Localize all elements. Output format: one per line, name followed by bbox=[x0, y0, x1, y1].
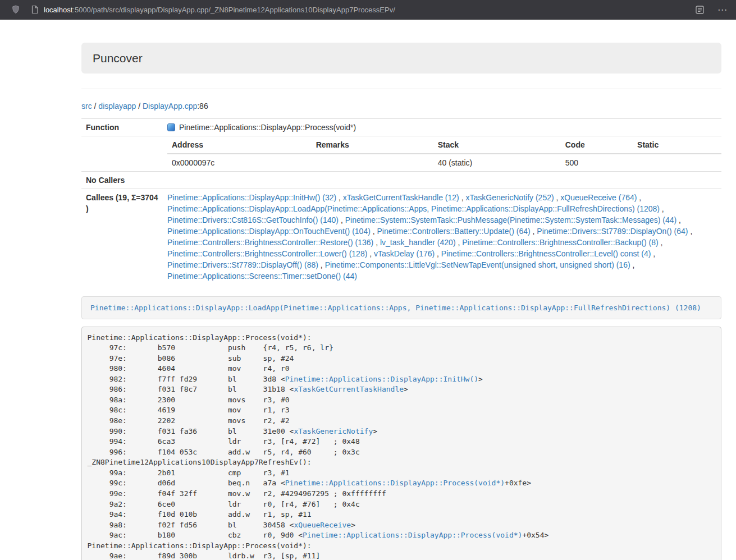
code-symbol-link[interactable]: Pinetime::Applications::DisplayApp::Proc… bbox=[303, 531, 522, 539]
breadcrumb-line-number: :86 bbox=[197, 102, 208, 111]
breadcrumb-link[interactable]: src bbox=[81, 102, 92, 111]
metrics-table: AddressRemarksStackCodeStatic 0x0000097c… bbox=[167, 136, 721, 171]
breadcrumb-link[interactable]: displayapp bbox=[98, 102, 136, 111]
callee-link[interactable]: xTaskGetCurrentTaskHandle (12) bbox=[343, 193, 459, 202]
callees-label: Callees (19, Σ=3704 ) bbox=[81, 189, 163, 285]
metrics-header-code: Code bbox=[561, 136, 633, 154]
callee-link[interactable]: Pinetime::Drivers::St7789::DisplayOn() (… bbox=[537, 227, 688, 236]
metrics-row-container: AddressRemarksStackCodeStatic 0x0000097c… bbox=[81, 136, 721, 172]
callee-link[interactable]: Pinetime::Applications::DisplayApp::OnTo… bbox=[167, 227, 371, 236]
symbol-heading-panel: Pinetime::Applications::DisplayApp::Load… bbox=[81, 296, 721, 319]
metrics-header-stack: Stack bbox=[433, 136, 561, 154]
browser-toolbar: localhost:5000/path/src/displayapp/Displ… bbox=[0, 0, 736, 20]
url-host: localhost bbox=[44, 6, 72, 14]
callee-link[interactable]: Pinetime::Controllers::Battery::Update()… bbox=[377, 227, 531, 236]
metrics-value: 500 bbox=[561, 154, 633, 171]
callee-link[interactable]: xTaskGenericNotify (252) bbox=[465, 193, 554, 202]
app-header: Puncover bbox=[81, 43, 721, 74]
callee-link[interactable]: lv_task_handler (420) bbox=[380, 238, 456, 247]
breadcrumb: src / displayapp / DisplayApp.cpp:86 bbox=[81, 101, 721, 111]
metrics-header-static: Static bbox=[633, 136, 721, 154]
symbol-heading-link[interactable]: Pinetime::Applications::DisplayApp::Load… bbox=[90, 304, 701, 312]
metrics-value: 40 (static) bbox=[433, 154, 561, 171]
callee-link[interactable]: Pinetime::Controllers::BrightnessControl… bbox=[167, 238, 373, 247]
callee-link[interactable]: Pinetime::Applications::Screens::Timer::… bbox=[167, 272, 357, 281]
url-path: :5000/path/src/displayapp/DisplayApp.cpp… bbox=[72, 6, 395, 14]
code-symbol-link[interactable]: Pinetime::Applications::DisplayApp::Init… bbox=[285, 375, 478, 383]
metrics-value bbox=[633, 154, 721, 171]
no-callers-cell bbox=[163, 172, 721, 189]
metrics-value: 0x0000097c bbox=[167, 154, 312, 171]
breadcrumb-separator: / bbox=[92, 102, 99, 111]
callee-link[interactable]: vTaskDelay (176) bbox=[374, 249, 435, 258]
callees-cell: Pinetime::Applications::DisplayApp::Init… bbox=[163, 189, 721, 285]
code-symbol-link[interactable]: xQueueReceive bbox=[294, 521, 351, 529]
function-name: Pinetime::Applications::DisplayApp::Proc… bbox=[179, 123, 356, 132]
code-symbol-link[interactable]: xTaskGetCurrentTaskHandle bbox=[294, 385, 404, 393]
symbol-detail-table: Function Pinetime::Applications::Display… bbox=[81, 118, 721, 284]
metrics-header-address: Address bbox=[167, 136, 312, 154]
metrics-cell-container: AddressRemarksStackCodeStatic 0x0000097c… bbox=[163, 136, 721, 172]
reader-view-icon[interactable] bbox=[696, 6, 704, 14]
metrics-header-row: AddressRemarksStackCodeStatic bbox=[167, 136, 721, 154]
callee-link[interactable]: Pinetime::Controllers::BrightnessControl… bbox=[462, 238, 658, 247]
function-icon bbox=[167, 123, 175, 131]
url-bar[interactable]: localhost:5000/path/src/displayapp/Displ… bbox=[44, 6, 696, 14]
tracking-protection-shield-icon[interactable] bbox=[11, 5, 20, 14]
callee-link[interactable]: Pinetime::Controllers::BrightnessControl… bbox=[441, 249, 651, 258]
callee-link[interactable]: Pinetime::Applications::DisplayApp::Init… bbox=[167, 193, 336, 202]
callee-link[interactable]: Pinetime::System::SystemTask::PushMessag… bbox=[345, 215, 677, 224]
app-title: Puncover bbox=[93, 51, 710, 65]
no-callers-label: No Callers bbox=[81, 172, 163, 189]
overflow-menu-icon[interactable]: ⋯ bbox=[717, 5, 727, 15]
disassembly: Pinetime::Applications::DisplayApp::Proc… bbox=[81, 327, 721, 560]
function-row-label: Function bbox=[81, 119, 163, 136]
breadcrumb-separator: / bbox=[136, 102, 143, 111]
callee-link[interactable]: Pinetime::Drivers::Cst816S::GetTouchInfo… bbox=[167, 215, 339, 224]
callee-link[interactable]: Pinetime::Drivers::St7789::DisplayOff() … bbox=[167, 260, 318, 269]
metrics-row-spacer bbox=[81, 136, 163, 172]
callee-link[interactable]: Pinetime::Controllers::BrightnessControl… bbox=[167, 249, 367, 258]
callee-link[interactable]: Pinetime::Components::LittleVgl::SetNewT… bbox=[325, 260, 630, 269]
metrics-header-remarks: Remarks bbox=[312, 136, 433, 154]
function-row: Function Pinetime::Applications::Display… bbox=[81, 119, 721, 136]
callee-link[interactable]: Pinetime::Applications::DisplayApp::Load… bbox=[167, 204, 660, 213]
metrics-body: 0x0000097c40 (static)500 bbox=[167, 154, 721, 171]
function-cell: Pinetime::Applications::DisplayApp::Proc… bbox=[163, 119, 721, 136]
metrics-value bbox=[312, 154, 433, 171]
metrics-data-row: 0x0000097c40 (static)500 bbox=[167, 154, 721, 171]
no-callers-row: No Callers bbox=[81, 172, 721, 189]
site-identity-page-icon[interactable] bbox=[31, 6, 38, 13]
breadcrumb-link[interactable]: DisplayApp.cpp bbox=[143, 102, 197, 111]
code-symbol-link[interactable]: Pinetime::Applications::DisplayApp::Proc… bbox=[285, 479, 505, 487]
callees-row: Callees (19, Σ=3704 ) Pinetime::Applicat… bbox=[81, 189, 721, 285]
code-symbol-link[interactable]: xTaskGenericNotify bbox=[294, 427, 373, 435]
page-container: Puncover src / displayapp / DisplayApp.c… bbox=[81, 43, 721, 560]
callee-link[interactable]: xQueueReceive (764) bbox=[560, 193, 637, 202]
divider bbox=[81, 89, 721, 89]
